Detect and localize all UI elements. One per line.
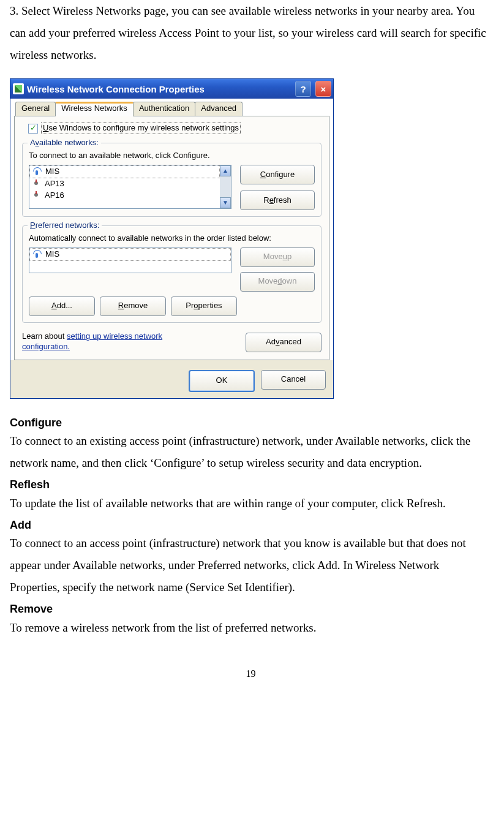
move-down-button[interactable]: Move down [240, 272, 315, 292]
section-body-add: To connect to an access point (infrastru… [10, 532, 492, 599]
scroll-up-icon[interactable]: ▲ [220, 165, 231, 176]
checkbox-label: Use Windows to configure my wireless net… [41, 123, 241, 134]
list-item[interactable]: MIS [29, 248, 231, 261]
dialog-screenshot: Wireless Network Connection Properties ?… [10, 78, 492, 398]
available-legend: Available networks: [28, 138, 101, 148]
available-listbox[interactable]: MIS AP13 AP16 [29, 165, 231, 209]
preferred-legend: Preferred networks: [28, 221, 102, 231]
help-button[interactable]: ? [295, 81, 311, 97]
section-title-reflesh: Reflesh [10, 478, 492, 492]
advanced-button[interactable]: Advanced [246, 333, 322, 352]
titlebar: Wireless Network Connection Properties ?… [10, 79, 333, 99]
checkbox-icon[interactable]: ✓ [28, 124, 38, 134]
scroll-down-icon[interactable]: ▼ [220, 197, 231, 208]
preferred-listbox[interactable]: MIS [29, 247, 231, 273]
wireless-icon [32, 191, 41, 200]
page-number: 19 [10, 665, 492, 683]
tab-advanced[interactable]: Advanced [195, 102, 243, 116]
move-up-button[interactable]: Move up [240, 247, 315, 267]
section-body-configure: To connect to an existing access point (… [10, 430, 492, 474]
cancel-button[interactable]: Cancel [261, 370, 326, 390]
properties-button[interactable]: Properties [171, 296, 237, 316]
wireless-icon [33, 167, 42, 176]
available-networks-group: Available networks: To connect to an ava… [22, 143, 322, 217]
tab-pane: ✓ Use Windows to configure my wireless n… [14, 116, 329, 360]
tab-general[interactable]: General [15, 102, 56, 116]
wireless-icon [32, 179, 41, 188]
list-item[interactable]: AP13 [29, 178, 220, 190]
ok-button[interactable]: OK [189, 370, 255, 392]
learn-about-text: Learn about setting up wireless network … [22, 331, 212, 352]
preferred-intro: Automatically connect to available netwo… [29, 233, 315, 244]
section-title-add: Add [10, 518, 492, 532]
xp-dialog: Wireless Network Connection Properties ?… [10, 78, 334, 398]
use-windows-checkbox-row[interactable]: ✓ Use Windows to configure my wireless n… [28, 123, 322, 134]
refresh-button[interactable]: Refresh [240, 191, 315, 210]
remove-button[interactable]: Remove [100, 296, 166, 316]
wireless-icon [33, 250, 42, 259]
section-title-configure: Configure [10, 416, 492, 430]
configure-button[interactable]: Configure [240, 165, 315, 184]
window-title: Wireless Network Connection Properties [27, 83, 292, 96]
wireless-app-icon [13, 83, 24, 94]
available-intro: To connect to an available network, clic… [29, 151, 315, 161]
section-body-remove: To remove a wireless network from the li… [10, 617, 492, 639]
list-item[interactable]: AP16 [29, 190, 220, 202]
section-title-remove: Remove [10, 602, 492, 616]
section-body-reflesh: To update the list of available networks… [10, 493, 492, 515]
dialog-footer: OK Cancel [10, 364, 333, 398]
list-item[interactable]: MIS [29, 165, 220, 178]
intro-paragraph: 3. Select Wireless Networks page, you ca… [10, 0, 492, 66]
tab-wireless-networks[interactable]: Wireless Networks [55, 102, 134, 116]
close-button[interactable]: × [315, 81, 331, 97]
tab-authentication[interactable]: Authentication [133, 102, 195, 116]
tab-strip: General Wireless Networks Authentication… [10, 99, 333, 116]
scrollbar[interactable]: ▲ ▼ [220, 165, 231, 208]
preferred-networks-group: Preferred networks: Automatically connec… [22, 225, 322, 323]
add-button[interactable]: Add... [29, 296, 95, 316]
